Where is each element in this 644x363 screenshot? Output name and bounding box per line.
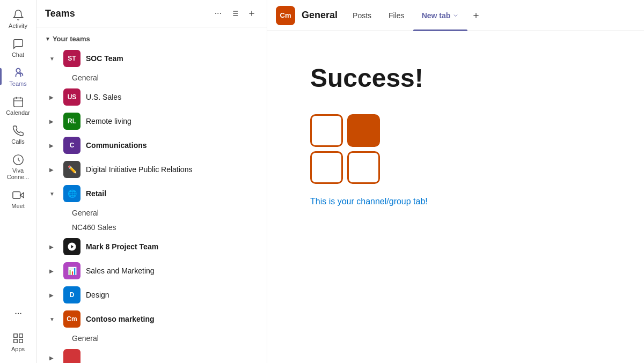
contoso-name: Contoso marketing [86,315,236,323]
channel-tabs: Posts Files New tab [344,0,635,31]
design-avatar: D [63,286,80,303]
channel-retail-general[interactable]: General [41,206,262,220]
team-item-contoso[interactable]: ▼ Cm Contoso marketing ··· [41,307,262,331]
section-label: Your teams [53,35,90,43]
viva-icon [12,153,25,166]
tab-files[interactable]: Files [380,0,413,31]
calendar-label: Calendar [6,109,30,116]
logo-cell-4 [347,151,380,184]
team-item-us-sales[interactable]: ▶ US U.S. Sales ··· [41,85,262,109]
team-item-digital-initiative[interactable]: ▶ ✏️ Digital Initiative Public Relations… [41,158,262,181]
bottom-avatar [63,349,80,363]
mark8-avatar [63,238,80,255]
sidebar-item-calendar[interactable]: Calendar [0,91,36,120]
mark8-chevron: ▶ [49,244,58,250]
svg-rect-0 [13,98,23,107]
activity-label: Activity [9,23,27,29]
sales-marketing-avatar: 📊 [63,262,80,279]
us-sales-chevron: ▶ [49,94,58,100]
contoso-chevron: ▼ [49,316,58,322]
sidebar-item-more[interactable]: ··· [0,302,36,323]
teams-icon [12,66,25,79]
remote-living-name: Remote living [86,117,236,125]
sidebar-item-apps[interactable]: Apps [0,328,36,357]
team-item-mark8[interactable]: ▶ Mark 8 Project Team ··· [41,235,262,258]
digital-avatar: ✏️ [63,161,80,178]
sales-marketing-name: Sales and Marketing [86,266,236,275]
remote-living-avatar: RL [63,113,80,130]
calendar-icon [12,95,25,108]
sidebar-item-calls[interactable]: Calls [0,120,36,149]
teams-header-actions: ··· [213,6,258,20]
teams-panel-title: Teams [45,8,213,19]
teams-panel: Teams ··· ▼ Your teams ▼ ST S [36,0,267,363]
sidebar-item-activity[interactable]: Activity [0,4,36,33]
communications-chevron: ▶ [49,143,58,149]
bottom-chevron: ▶ [49,355,58,361]
team-item-sales-marketing[interactable]: ▶ 📊 Sales and Marketing ··· [41,259,262,283]
logo-cell-1 [310,114,343,147]
team-item-bottom[interactable]: ▶ [41,346,262,363]
soc-team-chevron: ▼ [49,56,58,62]
team-item-remote-living[interactable]: ▶ RL Remote living ··· [41,109,262,133]
teams-more-button[interactable]: ··· [213,6,224,20]
logo-cell-3 [310,151,343,184]
soc-team-avatar: ST [63,50,80,67]
apps-icon [12,332,25,345]
communications-name: Communications [86,141,236,150]
team-item-retail[interactable]: ▼ 🌐 Retail ··· [41,182,262,205]
teams-panel-header: Teams ··· [36,0,267,27]
tab-new-tab[interactable]: New tab [413,0,468,31]
soc-team-name: SOC Team [86,54,236,63]
svg-rect-7 [13,334,17,337]
remote-living-chevron: ▶ [49,118,58,124]
section-chevron: ▼ [45,36,50,42]
sidebar-item-chat[interactable]: Chat [0,33,36,62]
channel-soc-general[interactable]: General [41,71,262,85]
retail-chevron: ▼ [49,191,58,197]
calls-label: Calls [11,138,24,145]
sidebar-item-meet[interactable]: Meet [0,184,36,213]
apps-label: Apps [11,346,25,352]
team-item-soc-team[interactable]: ▼ ST SOC Team ··· [41,47,262,70]
sidebar-nav: Activity Chat Teams Calendar [0,0,36,363]
svg-rect-10 [13,339,17,343]
success-title: Success! [310,63,423,93]
calls-icon [12,124,25,137]
svg-marker-5 [20,192,23,197]
channel-team-icon: Cm [276,6,295,25]
chat-label: Chat [12,51,24,58]
sidebar-item-teams[interactable]: Teams [0,62,36,91]
teams-label: Teams [9,80,26,87]
teams-list: ▼ Your teams ▼ ST SOC Team ··· General ▶… [36,27,267,363]
chat-icon [12,38,25,50]
activity-icon [12,9,25,21]
design-chevron: ▶ [49,292,58,298]
channel-nc460-sales[interactable]: NC460 Sales [41,220,262,234]
team-item-communications[interactable]: ▶ C Communications ··· [41,134,262,157]
meet-icon [12,189,25,202]
us-sales-avatar: US [63,88,80,106]
channel-group-text: This is your channel/group tab! [310,197,428,206]
communications-avatar: C [63,137,80,154]
design-name: Design [86,291,236,299]
content-area: Success! This is your channel/group tab! [267,31,644,363]
digital-name: Digital Initiative Public Relations [86,165,236,174]
team-item-design[interactable]: ▶ D Design ··· [41,283,262,307]
meet-label: Meet [11,203,24,209]
your-teams-section[interactable]: ▼ Your teams [36,32,267,46]
tab-posts[interactable]: Posts [344,0,380,31]
teams-add-button[interactable] [245,7,258,20]
svg-rect-8 [19,334,22,337]
app-logo-grid [310,114,380,184]
mark8-name: Mark 8 Project Team [86,242,236,251]
channel-title: General [302,10,338,21]
us-sales-name: U.S. Sales [86,93,236,101]
channel-header: Cm General Posts Files New tab [267,0,644,31]
svg-rect-9 [19,339,22,343]
add-tab-button[interactable] [467,9,485,22]
teams-filter-button[interactable] [228,7,241,20]
contoso-avatar: Cm [63,310,80,328]
channel-contoso-general[interactable]: General [41,331,262,345]
sidebar-item-viva[interactable]: Viva Conne... [0,149,36,184]
